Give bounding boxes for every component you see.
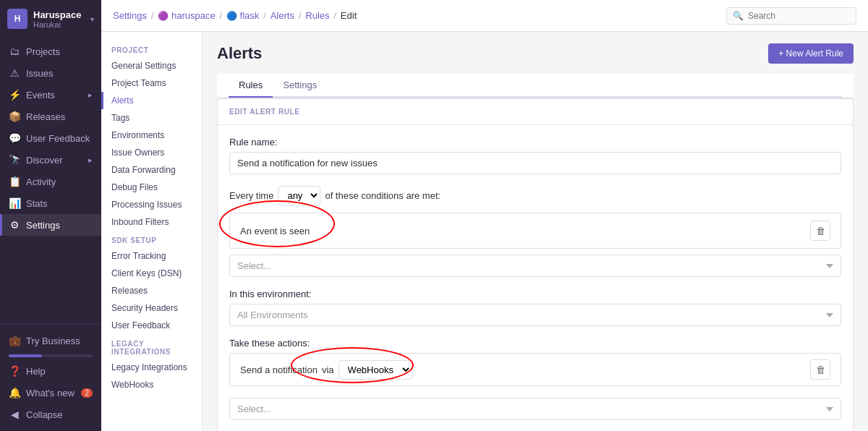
actions-group: Take these actions: Send a notification … [229, 338, 841, 420]
sidebar-item-label: Projects [26, 46, 60, 57]
sidebar-item-try-business[interactable]: 💼 Try Business [0, 330, 101, 351]
sidebar-item-discover[interactable]: 🔭 Discover ▸ [0, 149, 101, 171]
haruspace-icon: 🟣 [158, 11, 169, 21]
breadcrumb-sep-4: / [299, 11, 301, 21]
sidebar-item-whats-new[interactable]: 🔔 What's new 2 [0, 382, 101, 404]
chevron-down-icon: ▾ [90, 15, 94, 23]
collapse-icon: ◀ [9, 409, 20, 420]
ps-item-environments[interactable]: Environments [101, 127, 202, 144]
events-icon: ⚡ [9, 89, 20, 101]
org-switcher[interactable]: H Haruspace Harukai ▾ [0, 0, 101, 38]
page-header: Alerts + New Alert Rule [217, 43, 854, 64]
add-condition-select[interactable]: Select... [229, 255, 841, 277]
card-header-label: EDIT ALERT RULE [229, 108, 841, 116]
condition-text: An event is seen [240, 226, 310, 236]
sidebar-item-user-feedback[interactable]: 💬 User Feedback [0, 127, 101, 149]
breadcrumb-flask[interactable]: 🔵 flask [226, 10, 259, 21]
project-sidebar: PROJECT General Settings Project Teams A… [101, 32, 203, 431]
whats-new-icon: 🔔 [9, 387, 20, 398]
search-input[interactable] [748, 11, 850, 21]
project-section-label: PROJECT [101, 40, 202, 57]
actions-label: Take these actions: [229, 338, 841, 349]
rule-name-label: Rule name: [229, 137, 841, 148]
try-business-icon: 💼 [9, 335, 20, 346]
edit-alert-card: EDIT ALERT RULE Rule name: Every time an… [217, 98, 854, 431]
ps-item-security-headers[interactable]: Security Headers [101, 299, 202, 317]
sidebar-item-collapse[interactable]: ◀ Collapse [0, 404, 101, 425]
ps-item-releases-sdk[interactable]: Releases [101, 282, 202, 299]
action-item: Send a notification via WebHooks Email S… [229, 353, 841, 386]
ps-item-user-feedback-sdk[interactable]: User Feedback [101, 317, 202, 334]
sdk-section-label: SDK SETUP [101, 231, 202, 247]
sidebar-item-label: What's new [26, 388, 75, 398]
add-action-select[interactable]: Select... [229, 398, 841, 420]
ps-item-error-tracking[interactable]: Error Tracking [101, 247, 202, 265]
action-channel-select[interactable]: WebHooks Email Slack [339, 360, 412, 380]
sidebar-item-projects[interactable]: 🗂 Projects [0, 40, 101, 62]
ps-item-project-teams[interactable]: Project Teams [101, 74, 202, 92]
conditions-header: Every time any all of these conditions a… [229, 186, 841, 205]
activity-icon: 📋 [9, 176, 20, 187]
page-title: Alerts [217, 44, 262, 63]
rule-name-input[interactable] [229, 152, 841, 174]
ps-item-tags[interactable]: Tags [101, 109, 202, 127]
org-name: Haruspace [33, 9, 85, 20]
environment-label: In this environment: [229, 289, 841, 299]
tab-settings[interactable]: Settings [273, 74, 327, 98]
projects-icon: 🗂 [9, 46, 20, 57]
whats-new-badge: 2 [81, 388, 93, 398]
breadcrumb-settings[interactable]: Settings [113, 10, 147, 21]
content-area: PROJECT General Settings Project Teams A… [101, 32, 868, 431]
rule-name-group: Rule name: [229, 137, 841, 174]
conditions-any-select[interactable]: any all [278, 186, 320, 205]
sidebar-item-label: Stats [26, 198, 48, 209]
ps-item-inbound-filters[interactable]: Inbound Filters [101, 213, 202, 231]
sidebar-item-issues[interactable]: ⚠ Issues [0, 62, 101, 84]
search-box[interactable]: 🔍 [726, 7, 856, 25]
main-content: Settings / 🟣 haruspace / 🔵 flask / Alert… [101, 0, 868, 431]
sidebar-item-label: Events [26, 90, 55, 101]
ps-item-general-settings[interactable]: General Settings [101, 57, 202, 74]
breadcrumb-alerts[interactable]: Alerts [271, 10, 294, 21]
sidebar-item-label: Try Business [26, 336, 80, 346]
sidebar-nav: 🗂 Projects ⚠ Issues ⚡ Events ▸ 📦 Release… [0, 38, 101, 323]
breadcrumb-rules[interactable]: Rules [305, 10, 329, 21]
condition-item: An event is seen 🗑 [229, 213, 841, 249]
ps-item-data-forwarding[interactable]: Data Forwarding [101, 161, 202, 179]
ps-item-processing-issues[interactable]: Processing Issues [101, 196, 202, 213]
settings-icon: ⚙ [9, 219, 20, 231]
conditions-label-pre: Every time [229, 190, 273, 201]
delete-condition-button[interactable]: 🗑 [810, 221, 830, 241]
releases-icon: 📦 [9, 111, 20, 122]
progress-bar [9, 354, 93, 357]
ps-item-debug-files[interactable]: Debug Files [101, 179, 202, 196]
environment-select[interactable]: All Environments [229, 304, 841, 326]
ps-item-client-keys[interactable]: Client Keys (DSN) [101, 265, 202, 282]
sidebar-item-label: User Feedback [26, 133, 90, 144]
sidebar-item-label: Collapse [26, 409, 63, 420]
card-header: EDIT ALERT RULE [218, 99, 853, 125]
sidebar-item-releases[interactable]: 📦 Releases [0, 106, 101, 127]
sidebar-item-events[interactable]: ⚡ Events ▸ [0, 84, 101, 106]
new-alert-rule-button[interactable]: + New Alert Rule [768, 43, 854, 64]
avatar: H [7, 9, 27, 29]
ps-item-legacy-integrations[interactable]: Legacy Integrations [101, 359, 202, 376]
breadcrumb: Settings / 🟣 haruspace / 🔵 flask / Alert… [113, 10, 722, 21]
sidebar-item-activity[interactable]: 📋 Activity [0, 171, 101, 192]
flask-icon: 🔵 [226, 11, 237, 21]
topbar: Settings / 🟣 haruspace / 🔵 flask / Alert… [101, 0, 868, 32]
sidebar-item-settings[interactable]: ⚙ Settings [0, 214, 101, 236]
sidebar-item-help[interactable]: ❓ Help [0, 360, 101, 382]
ps-item-issue-owners[interactable]: Issue Owners [101, 144, 202, 161]
breadcrumb-haruspace[interactable]: 🟣 haruspace [158, 10, 215, 21]
delete-action-button[interactable]: 🗑 [810, 359, 830, 380]
ps-item-webhooks[interactable]: WebHooks [101, 376, 202, 393]
stats-icon: 📊 [9, 197, 20, 209]
user-feedback-icon: 💬 [9, 132, 20, 144]
sidebar-item-label: Activity [26, 176, 56, 187]
ps-item-alerts[interactable]: Alerts [101, 92, 202, 109]
tab-rules[interactable]: Rules [229, 74, 273, 98]
sidebar-item-stats[interactable]: 📊 Stats [0, 192, 101, 214]
breadcrumb-sep-1: / [151, 11, 153, 21]
tabs: Rules Settings [229, 74, 842, 98]
